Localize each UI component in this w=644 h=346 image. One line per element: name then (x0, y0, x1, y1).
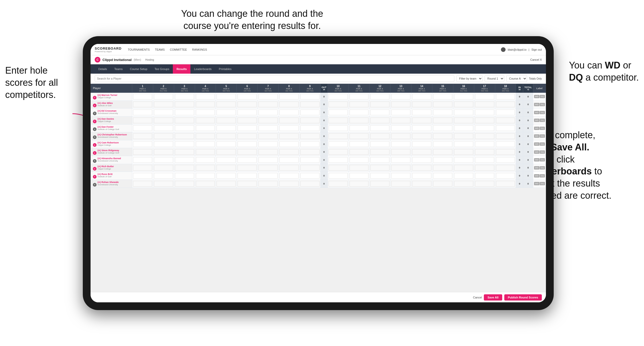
score-input-h13-p9[interactable] (391, 165, 410, 171)
score-input-h7-p11[interactable] (258, 181, 278, 187)
publish-round-scores-button[interactable]: Publish Round Scores (504, 294, 542, 301)
score-cell-h12-p6[interactable] (369, 140, 390, 148)
score-cell-h9-p1[interactable] (299, 101, 320, 109)
score-cell-h4-p2[interactable] (195, 109, 216, 117)
score-input-h4-p11[interactable] (196, 181, 215, 187)
score-cell-h14-p2[interactable] (411, 109, 432, 117)
score-input-h15-p3[interactable] (433, 118, 452, 123)
dq-button-7[interactable]: DQ (540, 150, 545, 154)
dq-button-9[interactable]: DQ (540, 166, 545, 170)
score-input-h3-p9[interactable] (175, 165, 194, 171)
wd-button-10[interactable]: WD (534, 174, 539, 178)
score-cell-h16-p0[interactable] (453, 93, 474, 101)
score-cell-h9-p9[interactable] (299, 164, 320, 172)
score-cell-h9-p5[interactable] (299, 132, 320, 140)
score-cell-h16-p10[interactable] (453, 172, 474, 180)
score-input-h6-p5[interactable] (238, 133, 257, 139)
score-cell-h18-p6[interactable] (495, 140, 516, 148)
score-cell-h14-p7[interactable] (411, 148, 432, 156)
score-cell-h7-p11[interactable] (258, 180, 279, 188)
score-input-h1-p4[interactable] (133, 125, 152, 131)
score-input-h5-p3[interactable] (217, 118, 236, 123)
score-cell-h1-p4[interactable] (132, 124, 153, 132)
score-input-h7-p6[interactable] (258, 141, 278, 147)
score-input-h16-p10[interactable] (454, 173, 473, 179)
score-input-h12-p8[interactable] (370, 157, 389, 163)
score-input-h10-p2[interactable] (329, 110, 348, 115)
score-cell-h13-p1[interactable] (390, 101, 411, 109)
score-input-h12-p4[interactable] (370, 125, 389, 131)
score-input-h3-p7[interactable] (175, 149, 194, 155)
score-input-h18-p2[interactable] (496, 110, 515, 115)
score-input-h11-p1[interactable] (350, 102, 369, 107)
score-cell-h14-p8[interactable] (411, 156, 432, 164)
score-input-h4-p9[interactable] (196, 165, 215, 171)
score-input-h18-p0[interactable] (496, 94, 515, 99)
score-cell-h15-p7[interactable] (432, 148, 453, 156)
score-cell-h8-p1[interactable] (279, 101, 300, 109)
score-input-h3-p6[interactable] (175, 141, 194, 147)
score-cell-h17-p8[interactable] (474, 156, 495, 164)
score-cell-h10-p6[interactable] (328, 140, 349, 148)
score-input-h17-p0[interactable] (475, 94, 494, 99)
score-cell-h6-p9[interactable] (237, 164, 258, 172)
score-cell-h17-p5[interactable] (474, 132, 495, 140)
score-input-h15-p8[interactable] (433, 157, 452, 163)
score-input-h6-p11[interactable] (238, 181, 257, 187)
score-cell-h8-p8[interactable] (279, 156, 300, 164)
score-cell-h8-p4[interactable] (279, 124, 300, 132)
score-cell-h9-p10[interactable] (299, 172, 320, 180)
score-input-h12-p2[interactable] (370, 110, 389, 115)
score-cell-h12-p4[interactable] (369, 124, 390, 132)
score-cell-h14-p3[interactable] (411, 116, 432, 124)
score-input-h2-p7[interactable] (154, 149, 173, 155)
score-input-h7-p4[interactable] (258, 125, 278, 131)
score-cell-h2-p5[interactable] (153, 132, 174, 140)
score-cell-h5-p8[interactable] (216, 156, 237, 164)
score-cell-h17-p9[interactable] (474, 164, 495, 172)
score-input-h13-p6[interactable] (391, 141, 410, 147)
score-input-h16-p0[interactable] (454, 94, 473, 99)
score-input-h9-p5[interactable] (300, 133, 320, 139)
score-input-h18-p7[interactable] (496, 149, 515, 155)
score-cell-h6-p7[interactable] (237, 148, 258, 156)
score-cell-h4-p7[interactable] (195, 148, 216, 156)
score-cell-h16-p4[interactable] (453, 124, 474, 132)
score-input-h6-p0[interactable] (238, 94, 257, 99)
score-cell-h10-p8[interactable] (328, 156, 349, 164)
score-input-h8-p3[interactable] (279, 118, 299, 123)
score-cell-h1-p9[interactable] (132, 164, 153, 172)
wd-button-8[interactable]: WD (534, 158, 539, 162)
score-input-h1-p0[interactable] (133, 94, 152, 99)
score-cell-h4-p0[interactable] (195, 93, 216, 101)
score-input-h17-p3[interactable] (475, 118, 494, 123)
score-input-h10-p0[interactable] (329, 94, 348, 99)
score-cell-h6-p4[interactable] (237, 124, 258, 132)
score-cell-h7-p9[interactable] (258, 164, 279, 172)
score-cell-h18-p9[interactable] (495, 164, 516, 172)
score-input-h9-p11[interactable] (300, 181, 320, 187)
score-input-h6-p4[interactable] (238, 125, 257, 131)
score-cell-h4-p5[interactable] (195, 132, 216, 140)
score-cell-h14-p6[interactable] (411, 140, 432, 148)
score-cell-h3-p11[interactable] (174, 180, 195, 188)
score-cell-h5-p1[interactable] (216, 101, 237, 109)
score-cell-h18-p1[interactable] (495, 101, 516, 109)
score-cell-h13-p3[interactable] (390, 116, 411, 124)
score-cell-h11-p8[interactable] (349, 156, 369, 164)
score-cell-h2-p10[interactable] (153, 172, 174, 180)
score-input-h5-p2[interactable] (217, 110, 236, 115)
score-input-h13-p5[interactable] (391, 133, 410, 139)
score-input-h14-p9[interactable] (412, 165, 431, 171)
score-cell-h10-p3[interactable] (328, 116, 349, 124)
score-input-h9-p3[interactable] (300, 118, 320, 123)
score-input-h4-p7[interactable] (196, 149, 215, 155)
score-input-h4-p1[interactable] (196, 102, 215, 107)
score-input-h2-p9[interactable] (154, 165, 173, 171)
score-input-h12-p3[interactable] (370, 118, 389, 123)
score-cell-h11-p9[interactable] (349, 164, 369, 172)
score-input-h15-p4[interactable] (433, 125, 452, 131)
score-cell-h11-p0[interactable] (349, 93, 369, 101)
score-input-h4-p2[interactable] (196, 110, 215, 115)
score-input-h2-p5[interactable] (154, 133, 173, 139)
